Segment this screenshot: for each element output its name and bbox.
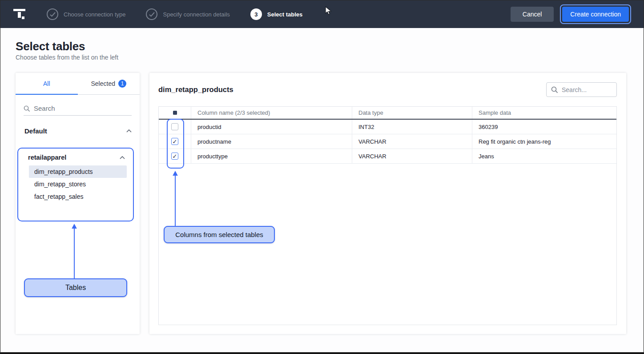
sidebar-search (24, 105, 132, 116)
cancel-button[interactable]: Cancel (511, 7, 554, 22)
tables-callout-label: Tables (65, 284, 86, 292)
cell-column-name: productname (191, 134, 352, 149)
schema-label: retailapparel (28, 154, 66, 161)
app-logo-icon (13, 8, 26, 20)
sidebar-search-input[interactable] (34, 105, 123, 112)
mouse-cursor (325, 6, 332, 15)
sidebar-tabs: All Selected 1 (16, 73, 140, 95)
tables-callout: Tables (24, 278, 127, 297)
search-icon (551, 86, 558, 93)
cell-sample-data: Jeans (472, 149, 616, 163)
columns-table-header: Column name (2/3 selected) Data type Sam… (159, 107, 616, 120)
step-choose-connection-type[interactable]: Choose connection type (47, 8, 125, 20)
group-default[interactable]: Default (24, 127, 132, 135)
columns-callout: Columns from selected tables (164, 226, 275, 243)
column-row-producttype: producttype VARCHAR Jeans (159, 149, 616, 164)
step-done-check-icon (146, 8, 157, 20)
group-default-label: Default (24, 127, 47, 135)
table-item-fact-retapp-sales[interactable]: fact_retapp_sales (29, 190, 127, 203)
page-title: Select tables (16, 40, 85, 53)
table-item-label: dim_retapp_stores (34, 181, 86, 188)
step-number: 3 (250, 8, 262, 20)
create-connection-button[interactable]: Create connection (562, 7, 629, 22)
page-subtitle: Choose tables from the list on the left (16, 54, 118, 61)
selected-table-title: dim_retapp_products (158, 85, 233, 94)
columns-callout-label: Columns from selected tables (175, 231, 263, 238)
cell-column-name: productid (191, 120, 352, 134)
step-select-tables[interactable]: 3 Select tables (250, 8, 303, 20)
create-connection-focus-ring: Create connection (560, 4, 631, 24)
cell-data-type: INT32 (352, 120, 472, 134)
tab-all[interactable]: All (16, 73, 78, 94)
columns-search-input[interactable] (562, 86, 611, 93)
columns-panel: dim_retapp_products Column name (2/3 sel… (149, 73, 626, 334)
chevron-up-icon (120, 156, 125, 159)
table-item-dim-retapp-stores[interactable]: dim_retapp_stores (29, 178, 127, 190)
wizard-steps: Choose connection type Specify connectio… (47, 8, 302, 20)
search-icon (24, 105, 30, 112)
step-label: Specify connection details (163, 11, 229, 18)
cell-column-name: producttype (191, 149, 352, 163)
topbar-actions: Cancel Create connection (511, 4, 631, 24)
column-row-productid: productid INT32 360239 (159, 120, 616, 134)
cell-data-type: VARCHAR (352, 134, 472, 149)
header-column-name: Column name (2/3 selected) (191, 107, 352, 119)
chevron-up-icon (126, 129, 132, 133)
selected-count-badge: 1 (118, 80, 126, 88)
header-checkbox-cell (159, 107, 191, 119)
header-sample-data: Sample data (472, 107, 616, 119)
wizard-topbar: Choose connection type Specify connectio… (0, 0, 644, 28)
column-row-productname: productname VARCHAR Reg fit organic ctn … (159, 134, 616, 149)
select-all-checkbox-indeterminate[interactable] (173, 111, 177, 115)
columns-annotation-arrow (172, 171, 178, 226)
step-done-check-icon (47, 8, 58, 20)
cell-sample-data: Reg fit organic ctn jeans-reg (472, 134, 616, 149)
tab-selected[interactable]: Selected 1 (78, 73, 140, 94)
table-item-dim-retapp-products[interactable]: dim_retapp_products (29, 165, 127, 178)
tab-all-label: All (43, 80, 50, 87)
tables-annotation-outline: retailapparel dim_retapp_products dim_re… (17, 148, 134, 221)
cell-sample-data: 360239 (472, 120, 616, 134)
columns-annotation-outline (167, 119, 184, 169)
schema-retailapparel[interactable]: retailapparel (18, 149, 133, 165)
tables-annotation-arrow (71, 224, 77, 279)
cell-data-type: VARCHAR (352, 149, 472, 163)
step-label: Select tables (267, 11, 303, 18)
table-item-label: fact_retapp_sales (34, 193, 84, 200)
step-specify-connection-details[interactable]: Specify connection details (146, 8, 229, 20)
columns-table: Column name (2/3 selected) Data type Sam… (158, 106, 617, 325)
table-item-label: dim_retapp_products (34, 168, 93, 175)
columns-search (546, 82, 617, 97)
header-data-type: Data type (352, 107, 472, 119)
tab-selected-label: Selected (91, 80, 115, 87)
app-window: Choose connection type Specify connectio… (0, 0, 644, 354)
step-label: Choose connection type (64, 11, 125, 18)
